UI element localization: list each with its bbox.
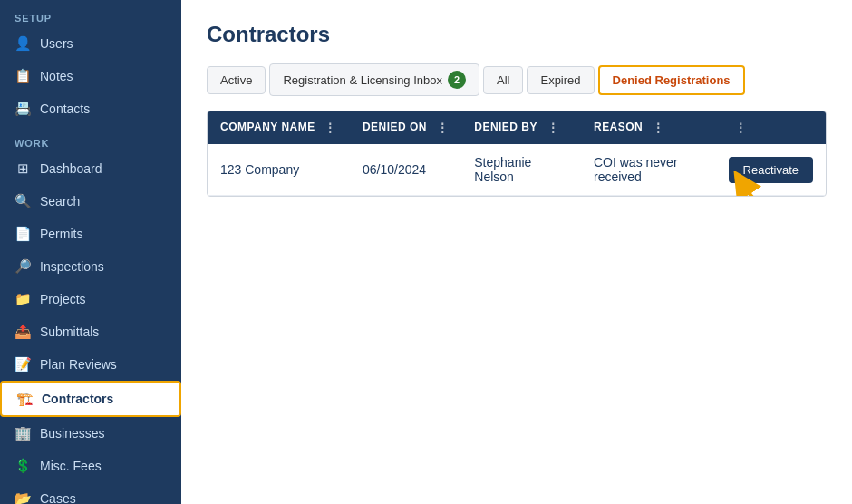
col-menu-reason[interactable]: ⋮	[652, 121, 664, 135]
table-row: 123 Company 06/10/2024 Stephanie Nelson …	[208, 144, 826, 196]
sidebar-item-cases[interactable]: 📂 Cases	[0, 482, 181, 504]
sidebar-item-permits[interactable]: 📄 Permits	[0, 218, 181, 250]
projects-icon: 📁	[15, 291, 31, 307]
sidebar-item-dashboard-label: Dashboard	[40, 161, 102, 176]
dashboard-icon: ⊞	[15, 160, 31, 177]
sidebar-item-submittals[interactable]: 📤 Submittals	[0, 315, 181, 348]
tab-denied-label: Denied Registrations	[613, 73, 731, 87]
cell-denied-by: Stephanie Nelson	[461, 144, 581, 196]
sidebar-item-notes[interactable]: 📋 Notes	[0, 60, 181, 92]
tab-all-label: All	[497, 73, 509, 87]
tab-expired-label: Expired	[540, 73, 580, 87]
cell-reason: COI was never received	[581, 144, 716, 196]
sidebar-item-search-label: Search	[40, 194, 80, 208]
tab-expired[interactable]: Expired	[527, 66, 594, 94]
arrow-annotation	[731, 171, 785, 197]
setup-section-label: SETUP	[0, 0, 181, 27]
contractors-icon: 🏗️	[16, 391, 33, 407]
sidebar-item-notes-label: Notes	[40, 69, 73, 83]
main-content: Contractors Active Registration & Licens…	[181, 0, 852, 504]
tab-denied[interactable]: Denied Registrations	[598, 65, 745, 95]
th-reason: REASON ⋮	[581, 111, 716, 144]
cell-company-name: 123 Company	[208, 144, 350, 196]
sidebar-item-dashboard[interactable]: ⊞ Dashboard	[0, 152, 181, 185]
table-header-row: COMPANY NAME ⋮ DENIED ON ⋮ DENIED BY ⋮ R…	[208, 111, 826, 144]
col-menu-denied-on[interactable]: ⋮	[436, 121, 449, 135]
tab-reg-licensing[interactable]: Registration & Licensing Inbox 2	[269, 63, 479, 96]
contractors-table: COMPANY NAME ⋮ DENIED ON ⋮ DENIED BY ⋮ R…	[207, 111, 827, 197]
sidebar-item-inspections[interactable]: 🔎 Inspections	[0, 250, 181, 283]
contacts-icon: 📇	[15, 101, 31, 117]
cell-action: Reactivate	[716, 144, 826, 196]
tab-all[interactable]: All	[483, 66, 523, 94]
permits-icon: 📄	[15, 226, 31, 242]
sidebar-item-projects-label: Projects	[40, 292, 86, 306]
sidebar-item-inspections-label: Inspections	[40, 259, 104, 274]
sidebar-item-users-label: Users	[40, 36, 73, 51]
page-title: Contractors	[207, 22, 827, 47]
sidebar-item-contacts[interactable]: 📇 Contacts	[0, 92, 181, 125]
sidebar-item-businesses-label: Businesses	[40, 426, 105, 441]
sidebar-item-search[interactable]: 🔍 Search	[0, 185, 181, 218]
sidebar-item-misc-fees[interactable]: 💲 Misc. Fees	[0, 450, 181, 482]
sidebar-item-permits-label: Permits	[40, 227, 82, 241]
th-denied-on-label: DENIED ON	[363, 121, 427, 133]
notes-icon: 📋	[15, 68, 31, 84]
tab-active-label: Active	[220, 73, 252, 87]
submittals-icon: 📤	[15, 324, 31, 340]
th-company-name: COMPANY NAME ⋮	[208, 111, 350, 144]
th-company-name-label: COMPANY NAME	[220, 121, 315, 133]
inspections-icon: 🔎	[15, 258, 31, 275]
sidebar-item-contractors-label: Contractors	[42, 392, 113, 406]
businesses-icon: 🏢	[15, 425, 31, 441]
col-menu-actions[interactable]: ⋮	[734, 121, 747, 135]
cell-denied-on: 06/10/2024	[350, 144, 461, 196]
th-denied-by: DENIED BY ⋮	[461, 111, 581, 144]
sidebar: SETUP 👤 Users 📋 Notes 📇 Contacts WORK ⊞ …	[0, 0, 181, 504]
tabs-container: Active Registration & Licensing Inbox 2 …	[207, 63, 827, 96]
sidebar-item-contacts-label: Contacts	[40, 102, 90, 116]
col-menu-denied-by[interactable]: ⋮	[547, 121, 559, 135]
misc-fees-icon: 💲	[15, 458, 31, 474]
tab-reg-licensing-label: Registration & Licensing Inbox	[283, 73, 442, 87]
sidebar-item-businesses[interactable]: 🏢 Businesses	[0, 417, 181, 450]
users-icon: 👤	[15, 35, 31, 52]
col-menu-company[interactable]: ⋮	[324, 121, 336, 135]
sidebar-item-submittals-label: Submittals	[40, 325, 99, 339]
sidebar-item-users[interactable]: 👤 Users	[0, 27, 181, 60]
th-denied-by-label: DENIED BY	[474, 121, 537, 133]
search-icon: 🔍	[15, 193, 31, 209]
sidebar-item-plan-reviews[interactable]: 📝 Plan Reviews	[0, 348, 181, 381]
sidebar-item-cases-label: Cases	[40, 491, 76, 504]
cases-icon: 📂	[15, 490, 31, 504]
tab-reg-licensing-badge: 2	[448, 71, 466, 89]
th-denied-on: DENIED ON ⋮	[350, 111, 461, 144]
tab-active[interactable]: Active	[207, 66, 266, 94]
sidebar-item-plan-reviews-label: Plan Reviews	[40, 357, 117, 372]
plan-reviews-icon: 📝	[15, 356, 31, 373]
sidebar-item-projects[interactable]: 📁 Projects	[0, 283, 181, 315]
sidebar-item-contractors[interactable]: 🏗️ Contractors	[0, 381, 181, 417]
sidebar-item-misc-fees-label: Misc. Fees	[40, 459, 102, 473]
work-section-label: WORK	[0, 125, 181, 152]
th-actions: ⋮	[716, 111, 826, 144]
th-reason-label: REASON	[594, 121, 643, 133]
